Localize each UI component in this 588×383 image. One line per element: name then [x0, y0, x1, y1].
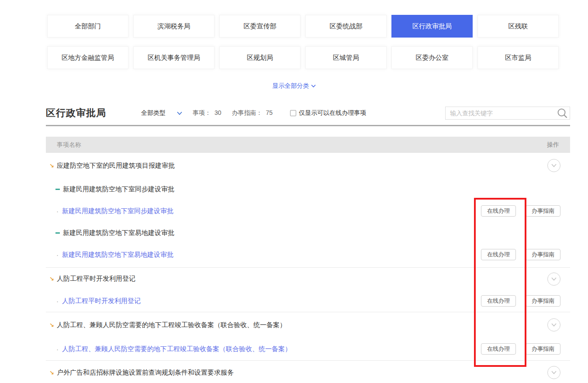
online-only-checkbox-row[interactable]: 仅显示可以在线办理事项: [290, 109, 366, 117]
corner-arrow-icon: ↘: [49, 276, 54, 282]
dot-icon: ·: [56, 345, 59, 353]
guides-count-label: 办事指南：: [232, 109, 263, 116]
dept-button-propaganda[interactable]: 区委宣传部: [219, 15, 301, 38]
keyword-search-box: [445, 107, 570, 120]
services-table: 事项名称 操作 ↘ 应建防空地下室的民用建筑项目报建审批 新建民用建筑防空地下室…: [46, 137, 570, 383]
corner-arrow-icon: ↘: [49, 370, 54, 376]
dept-button-disabled-federation[interactable]: 区残联: [477, 15, 559, 38]
corner-arrow-icon: ↘: [49, 163, 54, 169]
row-actions: 在线办理 办事指南: [481, 343, 560, 355]
service-group-title-row: ↘ 人防工程平时开发利用登记: [46, 268, 570, 290]
search-input[interactable]: [446, 110, 557, 117]
service-group: ↘ 应建防空地下室的民用建筑项目报建审批 新建民用建筑防空地下室同步建设审批 ·…: [46, 153, 570, 268]
row-actions: 在线办理 办事指南: [481, 205, 560, 217]
row-actions: 在线办理 办事指南: [481, 295, 560, 307]
service-item-row: · 新建民用建筑防空地下室同步建设审批 在线办理 办事指南: [46, 200, 570, 222]
service-subcategory-row: 新建民用建筑防空地下室同步建设审批: [46, 178, 570, 200]
guides-count-stat: 办事指南：75: [232, 109, 273, 117]
service-group-title: 人防工程、兼顾人民防空需要的地下工程竣工验收备案（联合验收、统一备案）: [57, 321, 286, 329]
table-header-row: 事项名称 操作: [46, 137, 570, 153]
expand-collapse-button[interactable]: [547, 366, 560, 379]
dept-button-market-supervision[interactable]: 区市监局: [477, 46, 559, 69]
online-only-checkbox-label: 仅显示可以在线办理事项: [299, 109, 366, 117]
column-header-action: 操作: [547, 141, 559, 149]
items-count-label: 事项：: [193, 109, 211, 116]
checkbox-unchecked[interactable]: [290, 110, 296, 116]
guide-button[interactable]: 办事指南: [526, 343, 560, 355]
guide-button[interactable]: 办事指南: [526, 205, 560, 217]
dot-icon: ·: [56, 251, 59, 259]
dept-button-united-front[interactable]: 区委统战部: [305, 15, 387, 38]
items-count-stat: 事项：30: [193, 109, 221, 117]
service-item-link[interactable]: 人防工程、兼顾人民防空需要的地下工程竣工验收备案（联合验收、统一备案）: [62, 345, 291, 353]
service-group: ↘ 户外广告和店招标牌设施设置前查询规划条件和设置要求服务: [46, 361, 570, 383]
section-divider: [46, 125, 570, 126]
service-group-title: 应建防空地下室的民用建筑项目报建审批: [57, 162, 175, 170]
dept-button-finance-regulator[interactable]: 区地方金融监管局: [47, 46, 128, 69]
corner-arrow-icon: ↘: [49, 322, 54, 328]
service-group-title: 人防工程平时开发利用登记: [57, 275, 135, 283]
service-item-row: · 人防工程、兼顾人民防空需要的地下工程竣工验收备案（联合验收、统一备案） 在线…: [46, 338, 570, 360]
dept-button-all[interactable]: 全部部门: [47, 15, 128, 38]
dash-icon: [55, 232, 60, 234]
expand-collapse-button[interactable]: [547, 159, 560, 172]
online-handle-button[interactable]: 在线办理: [481, 205, 516, 217]
service-group: ↘ 人防工程、兼顾人民防空需要的地下工程竣工验收备案（联合验收、统一备案） · …: [46, 312, 570, 361]
service-group-title: 户外广告和店招标牌设施设置前查询规划条件和设置要求服务: [57, 369, 234, 377]
search-icon[interactable]: [557, 107, 568, 119]
show-all-categories-link[interactable]: 显示全部分类: [0, 82, 588, 90]
dept-button-gov-affairs[interactable]: 区机关事务管理局: [133, 46, 214, 69]
dot-icon: ·: [56, 207, 59, 215]
service-item-link[interactable]: 人防工程平时开发利用登记: [62, 297, 141, 305]
department-grid: 全部部门 滨湖税务局 区委宣传部 区委统战部 区行政审批局 区残联 区地方金融监…: [47, 15, 560, 69]
service-item-row: · 新建民用建筑防空地下室易地建设审批 在线办理 办事指南: [46, 244, 570, 266]
service-group-title-row: ↘ 应建防空地下室的民用建筑项目报建审批: [46, 153, 570, 178]
row-actions: 在线办理 办事指南: [481, 249, 560, 260]
service-item-row: · 人防工程平时开发利用登记 在线办理 办事指南: [46, 290, 570, 312]
page-title: 区行政审批局: [46, 107, 106, 120]
guide-button[interactable]: 办事指南: [526, 249, 560, 260]
service-subcategory-row: 新建民用建筑防空地下室易地建设审批: [46, 222, 570, 244]
guides-count-value: 75: [266, 109, 273, 116]
service-group-title-row: ↘ 人防工程、兼顾人民防空需要的地下工程竣工验收备案（联合验收、统一备案）: [46, 312, 570, 338]
column-header-item-name: 事项名称: [57, 141, 81, 149]
chevron-down-icon: [311, 82, 316, 89]
online-handle-button[interactable]: 在线办理: [481, 295, 516, 307]
dept-button-committee-office[interactable]: 区委办公室: [391, 46, 473, 69]
section-header: 区行政审批局 全部类型 事项：30 办事指南：75 仅显示可以在线办理事项: [46, 106, 570, 121]
expand-collapse-button[interactable]: [547, 273, 560, 286]
online-handle-button[interactable]: 在线办理: [481, 343, 516, 355]
service-group-title-row: ↘ 户外广告和店招标牌设施设置前查询规划条件和设置要求服务: [46, 361, 570, 383]
online-handle-button[interactable]: 在线办理: [481, 249, 516, 260]
service-group: ↘ 人防工程平时开发利用登记 · 人防工程平时开发利用登记 在线办理 办事指南: [46, 268, 570, 312]
dept-button-planning[interactable]: 区规划局: [219, 46, 301, 69]
show-all-label: 显示全部分类: [273, 82, 309, 89]
service-subcategory-title: 新建民用建筑防空地下室同步建设审批: [63, 185, 174, 193]
guide-button[interactable]: 办事指南: [526, 295, 560, 307]
dot-icon: ·: [56, 297, 59, 305]
dept-button-urban-mgmt[interactable]: 区城管局: [305, 46, 387, 69]
service-item-link[interactable]: 新建民用建筑防空地下室易地建设审批: [62, 251, 173, 259]
service-item-link[interactable]: 新建民用建筑防空地下室同步建设审批: [62, 207, 173, 215]
type-filter-dropdown[interactable]: 全部类型: [141, 109, 182, 117]
type-filter-label: 全部类型: [141, 109, 166, 117]
dept-button-admin-approval[interactable]: 区行政审批局: [391, 15, 473, 38]
dept-button-binhu-tax[interactable]: 滨湖税务局: [133, 15, 214, 38]
chevron-down-icon: [177, 110, 182, 117]
expand-collapse-button[interactable]: [547, 318, 560, 331]
service-subcategory-title: 新建民用建筑防空地下室易地建设审批: [63, 229, 174, 237]
dash-icon: [55, 189, 60, 190]
items-count-value: 30: [214, 109, 221, 116]
